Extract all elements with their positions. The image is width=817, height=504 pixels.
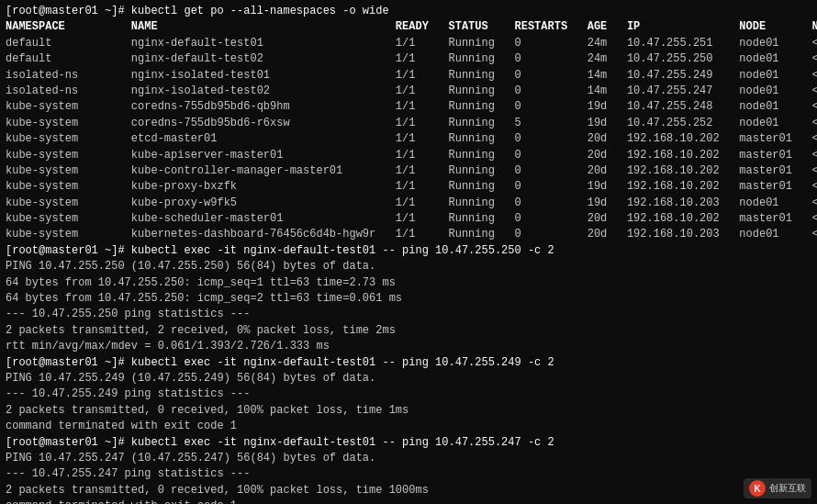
terminal-line: 2 packets transmitted, 0 received, 100% …	[6, 483, 811, 498]
terminal-line: 2 packets transmitted, 2 received, 0% pa…	[6, 323, 811, 339]
terminal-line: 2 packets transmitted, 0 received, 100% …	[6, 403, 811, 419]
watermark-icon: K	[749, 480, 766, 497]
terminal-line: kube-system kube-apiserver-master01 1/1 …	[6, 148, 811, 163]
terminal-line: [root@master01 ~]# kubectl exec -it ngin…	[6, 243, 811, 259]
terminal-line: kube-system etcd-master01 1/1 Running 0 …	[6, 131, 811, 147]
terminal-line: [root@master01 ~]# kubectl exec -it ngin…	[6, 355, 811, 371]
terminal-line: kube-system kube-scheduler-master01 1/1 …	[6, 211, 811, 227]
terminal-line: default nginx-default-test01 1/1 Running…	[6, 36, 811, 51]
terminal-line: kube-system kubernetes-dashboard-76456c6…	[6, 227, 811, 242]
terminal-line: kube-system coredns-755db95bd6-qb9hm 1/1…	[6, 99, 811, 115]
terminal-line: [root@master01 ~]# kubectl get po --all-…	[6, 4, 811, 19]
terminal-window: [root@master01 ~]# kubectl get po --all-…	[0, 0, 817, 504]
terminal-line: --- 10.47.255.250 ping statistics ---	[6, 307, 811, 322]
watermark: K 创新互联	[744, 478, 811, 498]
terminal-line: [root@master01 ~]# kubectl exec -it ngin…	[6, 435, 811, 451]
terminal-line: kube-system kube-controller-manager-mast…	[6, 163, 811, 179]
terminal-line: kube-system kube-proxy-w9fk5 1/1 Running…	[6, 196, 811, 211]
terminal-line: rtt min/avg/max/mdev = 0.061/1.393/2.726…	[6, 339, 811, 354]
watermark-text: 创新互联	[769, 482, 806, 495]
terminal-line: 64 bytes from 10.47.255.250: icmp_seq=1 …	[6, 275, 811, 291]
terminal-output: [root@master01 ~]# kubectl get po --all-…	[6, 4, 811, 504]
terminal-line: 64 bytes from 10.47.255.250: icmp_seq=2 …	[6, 291, 811, 307]
terminal-line: command terminated with exit code 1	[6, 419, 811, 434]
terminal-line: command terminated with exit code 1	[6, 498, 811, 504]
terminal-line: kube-system kube-proxy-bxzfk 1/1 Running…	[6, 179, 811, 195]
terminal-line: NAMESPACE NAME READY STATUS RESTARTS AGE…	[6, 19, 811, 35]
terminal-line: PING 10.47.255.247 (10.47.255.247) 56(84…	[6, 451, 811, 466]
terminal-line: PING 10.47.255.250 (10.47.255.250) 56(84…	[6, 259, 811, 274]
terminal-line: kube-system coredns-755db95bd6-r6xsw 1/1…	[6, 116, 811, 131]
terminal-line: --- 10.47.255.249 ping statistics ---	[6, 386, 811, 402]
terminal-line: --- 10.47.255.247 ping statistics ---	[6, 466, 811, 482]
terminal-line: default nginx-default-test02 1/1 Running…	[6, 51, 811, 67]
terminal-line: isolated-ns nginx-isolated-test02 1/1 Ru…	[6, 84, 811, 99]
terminal-line: PING 10.47.255.249 (10.47.255.249) 56(84…	[6, 371, 811, 386]
terminal-line: isolated-ns nginx-isolated-test01 1/1 Ru…	[6, 68, 811, 84]
